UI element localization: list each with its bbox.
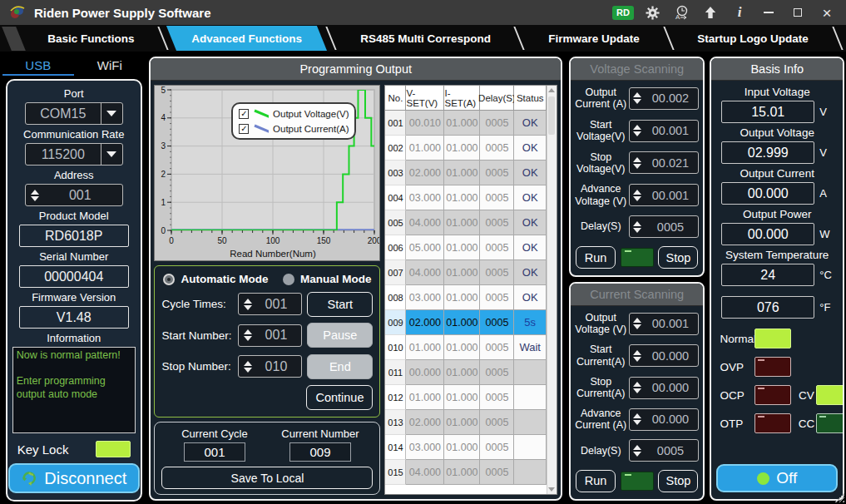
stepper-arrows-icon[interactable] xyxy=(633,221,641,233)
scan-value-stepper[interactable]: 0005 xyxy=(629,439,699,462)
output-chart: 050100150200012345Read Number(Num) ✓ Out… xyxy=(154,85,380,261)
tab-rs485-multi-correspond[interactable]: RS485 Multi Correspond xyxy=(335,26,516,51)
cycle-times-stepper[interactable]: 001 xyxy=(238,293,302,315)
table-row[interactable]: 00803.00001.0000005OK xyxy=(385,285,547,310)
start-button[interactable]: Start xyxy=(307,292,373,317)
window-resize-grip[interactable] xyxy=(835,493,844,502)
scan-value-stepper[interactable]: 00.002 xyxy=(629,87,699,110)
tab-wifi[interactable]: WiFi xyxy=(74,57,146,76)
scan-row-label: Start Current(A) xyxy=(575,343,627,368)
stepper-arrows-icon[interactable] xyxy=(244,329,252,341)
comm-rate-select[interactable]: 115200 xyxy=(25,143,123,166)
stop-button[interactable]: Stop xyxy=(658,470,698,492)
svg-text:150: 150 xyxy=(317,236,331,245)
stepper-arrows-icon[interactable] xyxy=(633,350,641,362)
scan-value-stepper[interactable]: 00.000 xyxy=(629,408,699,431)
cell-iset: 01.000 xyxy=(444,210,480,235)
start-number-row: Start Number: 001 Pause xyxy=(161,323,373,348)
minimize-button[interactable] xyxy=(758,2,779,22)
end-button[interactable]: End xyxy=(307,354,373,379)
stepper-arrows-icon[interactable] xyxy=(244,361,252,373)
scan-row-label: Start Voltage(V) xyxy=(575,119,627,143)
run-button[interactable]: Run xyxy=(576,470,616,492)
stepper-arrows-icon[interactable] xyxy=(31,190,39,201)
scan-value-stepper[interactable]: 00.000 xyxy=(629,344,699,367)
legend-row-current: ✓ Output Current(A) xyxy=(239,122,349,135)
table-scrollbar[interactable] xyxy=(547,86,557,494)
table-row[interactable]: 01403.00001.0000005 xyxy=(385,435,547,460)
port-dropdown-button[interactable] xyxy=(101,103,122,124)
table-row[interactable]: 00201.00001.0000005OK xyxy=(385,136,547,161)
comm-rate-value: 115200 xyxy=(26,147,101,162)
stepper-arrows-icon[interactable] xyxy=(633,157,641,169)
table-row[interactable]: 00403.00001.0000005OK xyxy=(385,185,547,210)
stop-number-stepper[interactable]: 010 xyxy=(238,355,302,378)
comm-rate-dropdown-button[interactable] xyxy=(101,144,122,165)
tab-advanced-functions[interactable]: Advanced Functions xyxy=(166,26,327,51)
table-row[interactable]: 01001.00001.0000005Wait xyxy=(385,335,547,360)
table-row[interactable]: 00504.00001.0000005OK xyxy=(385,210,547,235)
basis-field-value: 076 xyxy=(721,296,814,319)
stepper-arrows-icon[interactable] xyxy=(633,190,641,201)
current-series-checkbox[interactable]: ✓ xyxy=(239,124,249,134)
maximize-button[interactable] xyxy=(787,2,809,22)
tab-basic-functions[interactable]: Basic Functions xyxy=(22,26,159,51)
language-icon[interactable]: A xyxy=(670,2,692,22)
table-row[interactable]: 00704.00001.0000005OK xyxy=(385,260,547,285)
stepper-arrows-icon[interactable] xyxy=(633,318,641,329)
table-row[interactable]: 00605.00001.0000005OK xyxy=(385,235,547,260)
automatic-mode-radio[interactable]: Automatic Mode xyxy=(163,273,268,285)
disconnect-button[interactable]: Disconnect xyxy=(8,463,140,493)
scan-value-stepper[interactable]: 0005 xyxy=(629,215,699,238)
usb-tab-underline xyxy=(2,74,74,76)
stepper-arrows-icon[interactable] xyxy=(244,299,252,310)
table-row[interactable]: 00100.01001.0000005OK xyxy=(385,111,547,136)
stop-button[interactable]: Stop xyxy=(658,246,698,269)
stepper-arrows-icon[interactable] xyxy=(633,125,641,136)
stepper-arrows-icon[interactable] xyxy=(633,413,641,425)
pause-button[interactable]: Pause xyxy=(307,323,373,348)
cell-delay: 0005 xyxy=(480,435,514,460)
voltage-series-checkbox[interactable]: ✓ xyxy=(239,109,249,119)
scan-value-stepper[interactable]: 00.000 xyxy=(629,377,699,399)
run-button[interactable]: Run xyxy=(576,246,616,269)
start-number-stepper[interactable]: 001 xyxy=(238,324,302,347)
stepper-arrows-icon[interactable] xyxy=(633,92,641,104)
stepper-arrows-icon[interactable] xyxy=(633,382,641,393)
cell-no: 007 xyxy=(385,260,406,285)
continue-button[interactable]: Continue xyxy=(306,385,373,410)
scan-value-stepper[interactable]: 00.001 xyxy=(629,313,699,335)
cell-no: 008 xyxy=(385,285,406,310)
manual-mode-radio[interactable]: Manual Mode xyxy=(283,273,372,285)
current-number-label: Current Number xyxy=(281,427,359,440)
upload-arrow-icon[interactable] xyxy=(700,2,721,22)
scroll-down-icon[interactable] xyxy=(548,487,555,492)
save-to-local-button[interactable]: Save To Local xyxy=(161,467,373,489)
tab-firmware-update[interactable]: Firmware Update xyxy=(523,26,665,51)
table-row[interactable]: 00302.00001.0000005OK xyxy=(385,161,547,185)
close-button[interactable]: × xyxy=(816,2,838,22)
info-icon[interactable]: i xyxy=(729,2,750,22)
table-row[interactable]: 01201.00001.0000005 xyxy=(385,385,547,410)
scan-value-stepper[interactable]: 00.001 xyxy=(629,120,699,142)
key-lock-row: Key Lock xyxy=(12,441,136,457)
basis-info-title: Basis Info xyxy=(711,58,843,81)
tab-startup-logo-update[interactable]: Startup Logo Update xyxy=(672,26,834,51)
table-row[interactable]: 01100.00001.0000005 xyxy=(385,360,547,385)
scan-value-stepper[interactable]: 00.021 xyxy=(629,151,699,174)
port-select[interactable]: COM15 xyxy=(25,102,123,125)
serial-number-value: 00000404 xyxy=(19,265,129,288)
output-off-button[interactable]: Off xyxy=(716,464,838,492)
information-textarea[interactable]: Now is normal pattern! Enter programming… xyxy=(12,347,136,433)
tab-usb[interactable]: USB xyxy=(2,57,74,76)
address-stepper[interactable]: 001 xyxy=(25,184,123,206)
stepper-arrows-icon[interactable] xyxy=(633,445,641,457)
cell-vset: 04.000 xyxy=(406,260,444,285)
scrollbar-thumb[interactable] xyxy=(548,96,555,135)
table-row[interactable]: 01504.00001.0000005 xyxy=(385,460,547,485)
settings-gear-icon[interactable] xyxy=(641,2,663,22)
table-row[interactable]: 01302.00001.0000005 xyxy=(385,410,547,435)
scan-value-stepper[interactable]: 00.001 xyxy=(629,184,699,206)
scroll-up-icon[interactable] xyxy=(548,88,555,92)
table-row[interactable]: 00902.00001.00000055s xyxy=(385,310,547,335)
